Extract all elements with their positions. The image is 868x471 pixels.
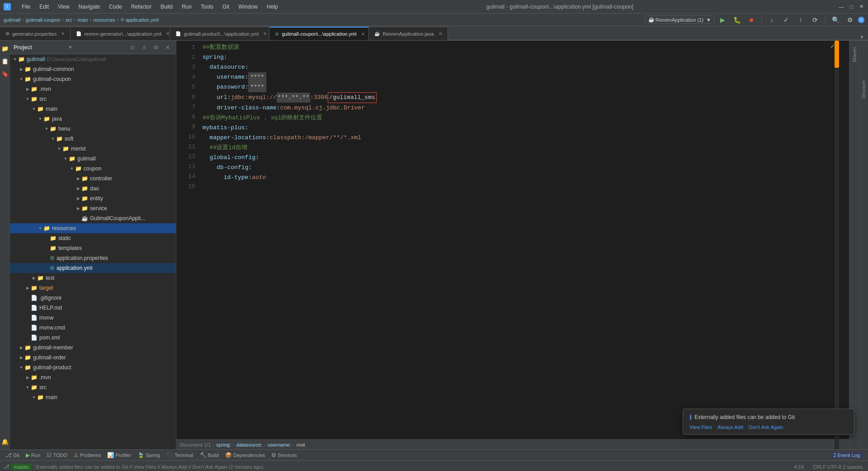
tree-app-properties[interactable]: ⚙ application.properties: [10, 253, 176, 263]
menu-edit[interactable]: Edit: [36, 2, 52, 11]
tree-product-main[interactable]: ▼ 📁 main: [10, 392, 176, 402]
tree-merist[interactable]: ▼ 📁 merist: [10, 144, 176, 154]
project-selector[interactable]: gulimall › gulimall-coupon › src › main …: [4, 17, 159, 23]
build-tool-button[interactable]: 🔨 Build: [197, 451, 222, 459]
bookmarks-icon[interactable]: 🔖: [1, 70, 9, 78]
terminal-tool-button[interactable]: ⬛ Terminal: [164, 451, 196, 459]
search-button[interactable]: 🔍: [829, 14, 842, 26]
git-update-button[interactable]: ↓: [765, 14, 778, 26]
tree-product-src[interactable]: ▼ 📁 src: [10, 382, 176, 392]
project-icon[interactable]: 📁: [1, 44, 9, 52]
tree-gulimall-order[interactable]: ▶ 📁 gulimall-order: [10, 353, 176, 363]
tree-src[interactable]: ▼ 📁 src: [10, 94, 176, 104]
todo-tool-button[interactable]: ☑ TODO: [44, 451, 70, 459]
tree-resources[interactable]: ▼ 📁 resources: [10, 223, 176, 233]
tab-product-app-yml[interactable]: 📄 gulimall-product\...\application.yml ✕: [170, 27, 269, 40]
menu-run[interactable]: Run: [178, 2, 195, 11]
menu-navigate[interactable]: Navigate: [75, 2, 104, 11]
sidebar-dropdown[interactable]: ▼: [68, 45, 73, 50]
collapse-all-icon[interactable]: ≡: [140, 43, 149, 52]
tree-app-yml[interactable]: ⚙ application.yml: [10, 263, 176, 273]
sidebar-settings-icon[interactable]: ⚙: [151, 43, 160, 52]
notif-dont-ask[interactable]: Don't Ask Again: [749, 424, 783, 430]
notifications-icon[interactable]: 🔔: [1, 438, 9, 446]
tree-soft[interactable]: ▼ 📁 soft: [10, 134, 176, 144]
tree-templates[interactable]: 📁 templates: [10, 243, 176, 253]
tree-service[interactable]: ▶ 📁 service: [10, 203, 176, 213]
sidebar-close-icon[interactable]: ✕: [163, 43, 172, 52]
tree-gulimall-coupon[interactable]: ▼ 📁 gulimall-coupon: [10, 74, 176, 84]
services-tool-button[interactable]: ⚙ Services: [269, 451, 299, 459]
code-area[interactable]: 1 2 3 4 5 6 7 8 9 10 11 12 13 14 15 ##配置…: [176, 41, 849, 439]
git-history-button[interactable]: ⟳: [809, 14, 821, 26]
minimize-button[interactable]: —: [838, 4, 844, 10]
line-col-status[interactable]: 4:19: [793, 463, 806, 471]
locate-icon[interactable]: ⊙: [128, 43, 137, 52]
tab-generator-properties[interactable]: ⚙ generator.properties ✕: [0, 27, 71, 40]
maven-panel-button[interactable]: Maven: [851, 44, 858, 65]
git-tool-button[interactable]: ⎇ Git: [3, 451, 22, 459]
tree-help-md[interactable]: 📄 HELP.md: [10, 303, 176, 313]
spring-tool-button[interactable]: 🍃 Spring: [135, 451, 163, 459]
tree-coupon-pkg[interactable]: ▼ 📁 coupon: [10, 164, 176, 174]
git-commit-button[interactable]: ✓: [780, 14, 793, 26]
structure-panel-button[interactable]: Structure: [860, 77, 867, 103]
menu-file[interactable]: File: [18, 2, 34, 11]
git-push-button[interactable]: ↑: [794, 14, 807, 26]
tree-gulimall[interactable]: ▼ 📁 gulimall D:\Java\JavaCode\gulimall: [10, 54, 176, 64]
menu-code[interactable]: Code: [105, 2, 126, 11]
tab-coupon-app-yml[interactable]: ⚙ gulimall-coupon\...\application.yml ✕: [269, 27, 369, 40]
run-tool-button[interactable]: ▶ Run: [23, 451, 43, 459]
code-editor[interactable]: ✓ 1 2 3 4 5 6 7 8 9 10 11 12 13 14 15: [176, 41, 849, 449]
tree-gitignore[interactable]: 📄 .gitignore: [10, 293, 176, 303]
tab-close-3[interactable]: ✕: [263, 31, 267, 36]
close-button[interactable]: ✕: [858, 4, 864, 10]
menu-view[interactable]: View: [54, 2, 73, 11]
run-config-selector[interactable]: ☕ RenrenApplication (1) ▼: [645, 15, 714, 24]
tree-target[interactable]: ▶ 📁 target: [10, 283, 176, 293]
tree-entity[interactable]: ▶ 📁 entity: [10, 193, 176, 203]
event-log-button[interactable]: 2 Event Log: [828, 451, 865, 459]
tree-mvn[interactable]: ▶ 📁 .mvn: [10, 84, 176, 94]
menu-git[interactable]: Git: [219, 2, 233, 11]
tree-henu[interactable]: ▼ 📁 henu: [10, 124, 176, 134]
tree-mvnw-cmd[interactable]: 📄 mvnw.cmd: [10, 323, 176, 333]
notif-always-add[interactable]: Always Add: [717, 424, 743, 430]
tree-test[interactable]: ▶ 📁 test: [10, 273, 176, 283]
menu-refactor[interactable]: Refactor: [127, 2, 155, 11]
tab-close-1[interactable]: ✕: [61, 31, 65, 36]
tree-gulimall-common[interactable]: ▶ 📁 gulimall-common: [10, 64, 176, 74]
menu-help[interactable]: Help: [263, 2, 282, 11]
tree-mvnw[interactable]: 📄 mvnw: [10, 313, 176, 323]
menu-window[interactable]: Window: [235, 2, 261, 11]
structure-icon[interactable]: 📋: [1, 57, 9, 65]
tree-pom-xml[interactable]: 📄 pom.xml: [10, 333, 176, 343]
menu-build[interactable]: Build: [157, 2, 176, 11]
tree-product-mvn[interactable]: ▶ 📁 .mvn: [10, 372, 176, 382]
tree-gulimall-product[interactable]: ▼ 📁 gulimall-product: [10, 363, 176, 372]
stop-button[interactable]: ■: [745, 14, 758, 26]
settings-button[interactable]: ⚙: [844, 14, 856, 26]
tree-controller[interactable]: ▶ 📁 controller: [10, 174, 176, 184]
problems-tool-button[interactable]: ⚠ Problems: [71, 451, 104, 459]
tab-close-4[interactable]: ✕: [361, 32, 365, 37]
profiler-tool-button[interactable]: 📊 Profiler: [104, 451, 134, 459]
menu-tools[interactable]: Tools: [197, 2, 217, 11]
tab-close-5[interactable]: ✕: [439, 31, 442, 36]
tree-static[interactable]: 📁 static: [10, 233, 176, 243]
notif-view-files[interactable]: View Files: [689, 424, 712, 430]
dependencies-tool-button[interactable]: 📦 Dependencies: [222, 451, 268, 459]
debug-button[interactable]: 🐛: [731, 14, 743, 26]
tree-dao[interactable]: ▶ 📁 dao: [10, 184, 176, 193]
recent-files-button[interactable]: ▼: [856, 34, 868, 40]
tree-gulimall-nested[interactable]: ▼ 📁 gulimall: [10, 154, 176, 164]
tree-java[interactable]: ▼ 📁 java: [10, 114, 176, 124]
tree-main[interactable]: ▼ 📁 main: [10, 104, 176, 114]
tab-renren-app-yml[interactable]: 📄 renren-generator\...\application.yml ✕: [71, 27, 170, 40]
tree-coupon-app[interactable]: ☕ GulimallCouponAppli...: [10, 213, 176, 223]
tree-gulimall-member[interactable]: ▶ 📁 gulimall-member: [10, 343, 176, 353]
maximize-button[interactable]: □: [848, 4, 854, 10]
user-avatar[interactable]: U: [858, 17, 864, 23]
run-button[interactable]: ▶: [716, 14, 729, 26]
tab-close-2[interactable]: ✕: [166, 31, 170, 36]
